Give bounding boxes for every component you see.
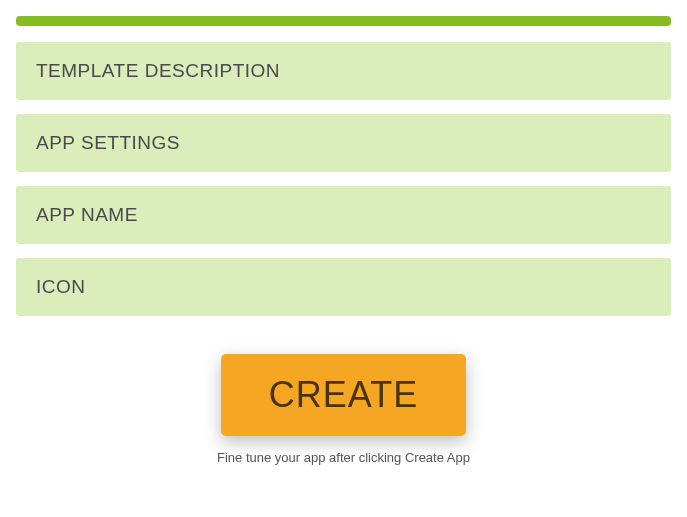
section-title: APP NAME xyxy=(36,204,651,226)
hint-text: Fine tune your app after clicking Create… xyxy=(16,450,671,465)
section-title: APP SETTINGS xyxy=(36,132,651,154)
section-icon[interactable]: ICON xyxy=(16,258,671,316)
create-button[interactable]: CREATE xyxy=(221,354,466,436)
section-title: ICON xyxy=(36,276,651,298)
section-app-settings[interactable]: APP SETTINGS xyxy=(16,114,671,172)
accent-bar xyxy=(16,16,671,26)
section-title: TEMPLATE DESCRIPTION xyxy=(36,60,651,82)
create-button-container: CREATE xyxy=(16,354,671,436)
section-template-description[interactable]: TEMPLATE DESCRIPTION xyxy=(16,42,671,100)
section-app-name[interactable]: APP NAME xyxy=(16,186,671,244)
